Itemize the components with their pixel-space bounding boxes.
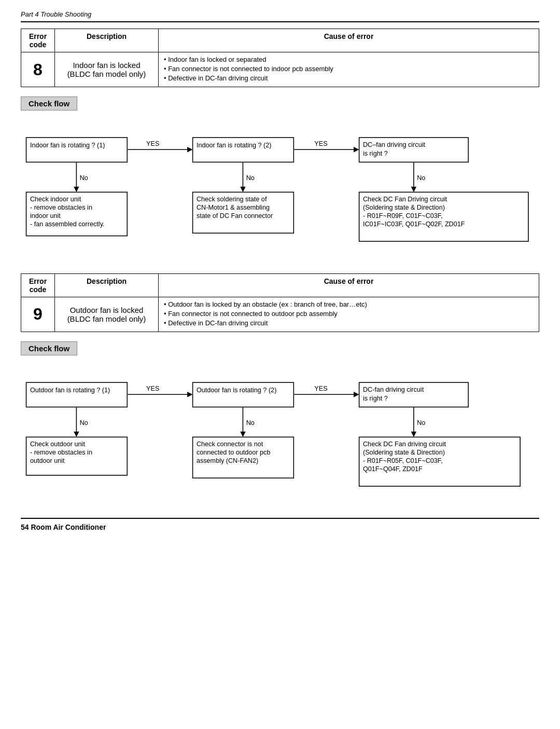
- svg-text:DC–fan driving circuit: DC–fan driving circuit: [363, 141, 425, 148]
- svg-marker-14: [74, 187, 79, 192]
- svg-text:- remove obstacles in: - remove obstacles in: [30, 449, 92, 456]
- svg-marker-57: [240, 432, 246, 437]
- svg-text:connected to outdoor pcb: connected to outdoor pcb: [197, 449, 270, 456]
- svg-text:- fan assembled correctly.: - fan assembled correctly.: [30, 221, 105, 228]
- check-flow-8-label: Check flow: [21, 97, 77, 111]
- svg-text:No: No: [80, 174, 88, 182]
- error8-code: 8: [21, 52, 55, 87]
- flowchart-8-svg: Indoor fan is rotating ? (1) YES Indoor …: [21, 116, 539, 258]
- svg-marker-44: [354, 392, 359, 397]
- check-flow-9: Check flow Outdoor fan is rotating ? (1)…: [21, 341, 539, 503]
- svg-text:Outdoor fan is rotating ? (1): Outdoor fan is rotating ? (1): [30, 387, 110, 394]
- svg-text:Q01F~Q04F, ZD01F: Q01F~Q04F, ZD01F: [363, 465, 423, 472]
- check-flow-8: Check flow Indoor fan is rotating ? (1) …: [21, 97, 539, 258]
- error9-causes: Outdoor fan is locked by an obstacle (ex…: [159, 297, 539, 332]
- error8-causes: Indoor fan is locked or separated Fan co…: [159, 52, 539, 87]
- svg-text:No: No: [246, 419, 255, 427]
- svg-text:- R01F~R05F, C01F~C03F,: - R01F~R05F, C01F~C03F,: [363, 457, 443, 464]
- svg-text:No: No: [246, 174, 255, 182]
- check-flow-9-label: Check flow: [21, 341, 77, 355]
- svg-text:YES: YES: [146, 385, 159, 392]
- svg-text:IC01F~IC03F, Q01F~Q02F, ZD01F: IC01F~IC03F, Q01F~Q02F, ZD01F: [363, 221, 465, 228]
- svg-text:Check DC Fan Driving circuit: Check DC Fan Driving circuit: [363, 196, 447, 203]
- svg-marker-8: [354, 147, 359, 153]
- top-divider: [21, 21, 539, 22]
- svg-text:Check connector is not: Check connector is not: [197, 441, 263, 448]
- svg-text:- remove obstacles in: - remove obstacles in: [30, 204, 92, 211]
- error9-table: Error code Description Cause of error 9 …: [21, 273, 539, 332]
- svg-text:Indoor fan is rotating ? (1): Indoor fan is rotating ? (1): [30, 142, 105, 149]
- svg-text:outdoor unit: outdoor unit: [30, 457, 65, 464]
- col-error-code: Error code: [21, 29, 55, 52]
- svg-text:CN-Motor1 & assembling: CN-Motor1 & assembling: [197, 204, 270, 211]
- svg-text:Check indoor unit: Check indoor unit: [30, 196, 81, 203]
- error9-description: Outdoor fan is locked (BLDC fan model on…: [55, 297, 159, 332]
- error8-table: Error code Description Cause of error 8 …: [21, 29, 539, 87]
- svg-text:assembly (CN-FAN2): assembly (CN-FAN2): [197, 457, 258, 464]
- col-description-9: Description: [55, 273, 159, 297]
- page-footer: 54 Room Air Conditioner: [21, 523, 539, 531]
- svg-text:YES: YES: [146, 140, 159, 147]
- svg-text:state of DC Fan connector: state of DC Fan connector: [197, 212, 273, 219]
- svg-text:Check outdoor unit: Check outdoor unit: [30, 441, 85, 448]
- error9-code: 9: [21, 297, 55, 332]
- svg-text:(Soldering state & Direction): (Soldering state & Direction): [363, 204, 445, 211]
- svg-text:No: No: [417, 174, 425, 182]
- col-error-code-9: Error code: [21, 273, 55, 297]
- svg-text:Indoor fan is rotating ? (2): Indoor fan is rotating ? (2): [197, 142, 272, 149]
- svg-text:DC-fan driving circuit: DC-fan driving circuit: [363, 386, 424, 393]
- page-header: Part 4 Trouble Shooting: [21, 10, 539, 18]
- col-cause-9: Cause of error: [159, 273, 539, 297]
- svg-text:Outdoor fan is rotating ? (2): Outdoor fan is rotating ? (2): [197, 387, 276, 394]
- svg-text:(Soldering state & Direction): (Soldering state & Direction): [363, 449, 445, 456]
- error8-description: Indoor fan is locked (BLDC fan model onl…: [55, 52, 159, 87]
- svg-marker-3: [187, 147, 193, 153]
- svg-text:YES: YES: [314, 140, 327, 147]
- svg-text:- R01F~R09F, C01F~C03F,: - R01F~R09F, C01F~C03F,: [363, 212, 443, 219]
- col-cause: Cause of error: [159, 29, 539, 52]
- svg-text:is right ?: is right ?: [363, 150, 388, 157]
- svg-marker-50: [74, 432, 79, 437]
- svg-text:YES: YES: [314, 385, 327, 392]
- svg-text:No: No: [417, 419, 425, 427]
- svg-marker-29: [411, 187, 417, 192]
- svg-marker-64: [411, 432, 417, 437]
- flowchart-9-svg: Outdoor fan is rotating ? (1) YES Outdoo…: [21, 361, 539, 503]
- svg-marker-39: [187, 392, 193, 397]
- svg-text:is right ?: is right ?: [363, 395, 388, 402]
- svg-text:Check soldering state of: Check soldering state of: [197, 196, 267, 203]
- svg-marker-22: [240, 187, 246, 192]
- col-description: Description: [55, 29, 159, 52]
- svg-text:indoor unit: indoor unit: [30, 212, 61, 219]
- svg-text:No: No: [80, 419, 88, 427]
- svg-text:Check DC Fan driving circuit: Check DC Fan driving circuit: [363, 441, 446, 448]
- bottom-divider: [21, 518, 539, 519]
